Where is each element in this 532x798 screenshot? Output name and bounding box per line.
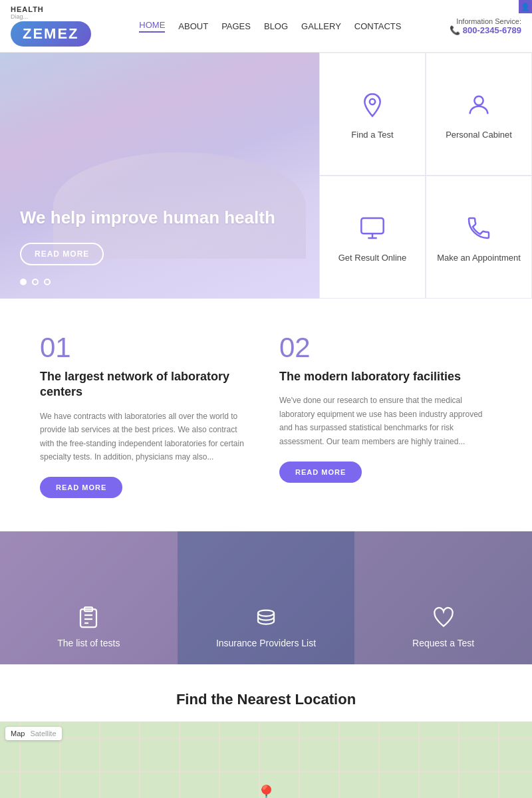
feature-1-read-more-button[interactable]: READ MORE [40,477,122,498]
hero-dot-2[interactable] [32,279,39,285]
feature-2-title: The modern laboratory facilities [279,369,492,384]
map-type-map[interactable]: Map [11,730,25,737]
personal-cabinet-label: Personal Cabinet [446,130,512,140]
nav-gallery[interactable]: GALLERY [301,21,341,31]
main-nav: HOME ABOUT PAGES BLOG GALLERY CONTACTS [139,20,401,33]
heart-icon [432,605,456,631]
nav-contacts[interactable]: CONTACTS [354,21,402,31]
nav-pages[interactable]: PAGES [221,21,251,31]
gallery-3-label: Request a Test [412,638,474,648]
logo-zemez[interactable]: ZEMEZ [11,21,91,47]
hero-cards: Find a Test Personal Cabinet Get Result … [319,53,532,299]
feature-2-desc: We've done our research to ensure that t… [279,394,492,448]
feature-1: 01 The largest network of laboratory cen… [40,332,253,498]
feature-1-title: The largest network of laboratory center… [40,369,253,400]
logo-health-text: HEALTH [11,5,44,13]
nav-about[interactable]: ABOUT [178,21,208,31]
logo-area: HEALTH Diag... ZEMEZ [11,5,91,47]
gallery-1-content: The list of tests [0,531,178,664]
gallery-strip: The list of tests Insurance Providers Li… [0,531,532,664]
hero-section: We help improve human health READ MORE F… [0,53,532,299]
info-service: Information Service: 📞 800-2345-6789 [450,17,521,35]
svg-rect-1 [361,218,383,233]
header: HEALTH Diag... ZEMEZ HOME ABOUT PAGES BL… [0,0,532,53]
logo-diag-text: Diag... [11,13,28,20]
find-test-label: Find a Test [351,130,393,140]
map-pin: 📍 [255,784,278,798]
hero-dots [20,279,51,285]
gallery-item-request[interactable]: Request a Test [354,531,532,664]
hero-read-more-button[interactable]: READ MORE [20,243,104,265]
map-type-controls: Map Satellite [5,727,62,740]
map-section: Find the Nearest Location Map Satellite … [0,664,532,798]
info-label: Information Service: [450,17,521,25]
hero-card-appointment[interactable]: Make an Appointment [426,176,532,299]
gallery-2-label: Insurance Providers List [216,638,316,648]
gallery-item-tests[interactable]: The list of tests [0,531,178,664]
nav-blog[interactable]: BLOG [264,21,288,31]
svg-point-9 [258,610,274,616]
phone-call-icon [462,211,495,245]
feature-1-desc: We have contracts with laboratories all … [40,410,253,464]
map-title: Find the Nearest Location [0,691,532,708]
clipboard-icon [76,605,100,631]
phone-icon: 📞 [450,25,460,35]
gallery-3-content: Request a Test [354,531,532,664]
map-type-satellite[interactable]: Satellite [30,730,56,737]
hero-headline: We help improve human health [20,207,299,229]
feature-1-number: 01 [40,332,253,364]
monitor-icon [356,211,389,245]
features-section: 01 The largest network of laboratory cen… [0,299,532,531]
hero-dot-1[interactable] [20,279,27,285]
feature-2-read-more-button[interactable]: READ MORE [279,462,362,483]
map-container[interactable]: Map Satellite 📍 + − [0,722,532,798]
header-phone[interactable]: 📞 800-2345-6789 [450,25,521,35]
hero-card-find-test[interactable]: Find a Test [319,53,426,176]
feature-2-number: 02 [279,332,492,364]
hero-card-personal-cabinet[interactable]: Personal Cabinet [426,53,532,176]
gallery-item-insurance[interactable]: Insurance Providers List [178,531,355,664]
coins-icon [254,605,278,631]
get-result-label: Get Result Online [338,253,407,263]
appointment-label: Make an Appointment [437,253,521,263]
gallery-1-label: The list of tests [57,638,120,648]
user-corner-icon[interactable]: 👤 [519,0,532,13]
nav-home[interactable]: HOME [139,20,165,33]
gallery-2-content: Insurance Providers List [178,531,355,664]
svg-point-0 [474,96,483,105]
location-pin-icon [356,88,389,122]
hero-left: We help improve human health READ MORE [0,53,319,299]
feature-2: 02 The modern laboratory facilities We'v… [279,332,492,498]
hero-text: We help improve human health READ MORE [20,207,299,265]
hero-card-get-result[interactable]: Get Result Online [319,176,426,299]
hero-dot-3[interactable] [44,279,51,285]
person-icon [462,88,495,122]
